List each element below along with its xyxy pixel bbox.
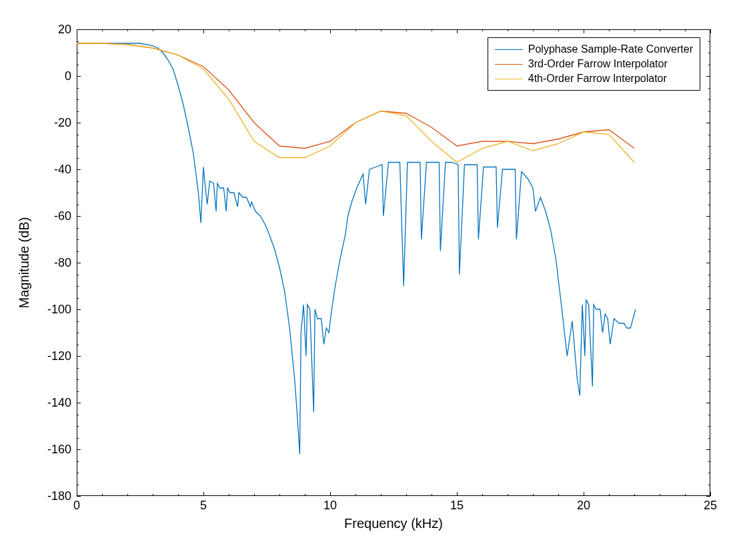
series-line	[77, 43, 634, 149]
figure: Frequency (kHz) Magnitude (dB) Polyphase…	[0, 0, 747, 560]
series-svg	[0, 0, 717, 503]
series-line	[77, 43, 636, 454]
series-line	[77, 43, 634, 163]
x-axis-label: Frequency (kHz)	[344, 516, 443, 531]
